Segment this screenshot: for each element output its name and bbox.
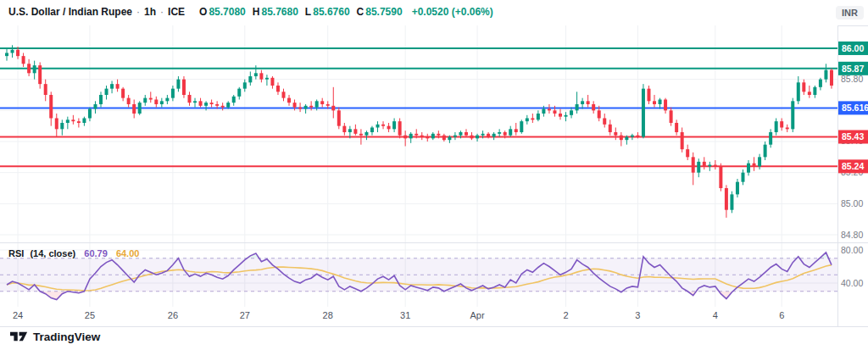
candle-down <box>592 104 595 110</box>
candle-down <box>55 118 58 129</box>
price-pane[interactable] <box>5 45 833 218</box>
candle-down <box>210 103 214 104</box>
candle-down <box>686 149 689 157</box>
candle-down <box>282 92 286 97</box>
candle-up <box>304 106 308 109</box>
candle-up <box>642 89 645 137</box>
symbol-header: U.S. Dollar / Indian Rupee · 1h · ICE O8… <box>8 6 493 18</box>
time-tick-28: 28 <box>323 310 333 320</box>
exchange-label[interactable]: ICE <box>168 6 185 18</box>
chart-canvas[interactable]: 85.8085.4085.2085.0084.8080.0040.0086.00… <box>0 0 868 350</box>
price-axis[interactable]: 85.8085.4085.2085.0084.8080.0040.0086.00… <box>838 42 868 288</box>
tradingview-logo[interactable]: TradingView <box>10 330 100 343</box>
candle-down <box>426 136 429 138</box>
level-label-85.616: 85.616 <box>842 103 868 113</box>
time-axis[interactable]: 242526272831Apr2346 <box>13 310 784 320</box>
candle-down <box>359 134 363 136</box>
candle-down <box>753 164 756 167</box>
candle-up <box>453 136 457 137</box>
candle-down <box>121 89 125 98</box>
candle-down <box>786 127 789 129</box>
candle-down <box>132 104 136 114</box>
candle-up <box>110 84 114 89</box>
candle-up <box>193 101 197 103</box>
candle-down <box>780 121 783 127</box>
candle-down <box>276 86 280 92</box>
rsi-tick-80.00: 80.00 <box>841 245 863 255</box>
candle-up <box>542 108 545 114</box>
candle-down <box>403 136 407 139</box>
separator-dot: · <box>160 6 164 18</box>
candle-down <box>16 50 19 56</box>
indicator-legend[interactable]: RSI (14, close) 60.79 64.00 <box>8 248 139 258</box>
candle-down <box>77 121 81 123</box>
candle-up <box>431 134 435 139</box>
candle-up <box>570 110 573 115</box>
symbol-title[interactable]: U.S. Dollar / Indian Rupee <box>8 6 132 18</box>
low-key: L <box>305 6 311 18</box>
candle-down <box>27 64 31 73</box>
candle-up <box>88 108 92 118</box>
candle-up <box>171 89 175 98</box>
indicator-name[interactable]: RSI <box>8 248 24 258</box>
candle-up <box>730 194 733 209</box>
candle-up <box>526 118 529 121</box>
candle-up <box>708 165 711 167</box>
candle-up <box>448 136 451 140</box>
candle-down <box>515 129 518 132</box>
candle-down <box>802 82 805 92</box>
close-value: 85.7590 <box>365 6 402 18</box>
candle-down <box>559 114 562 117</box>
candle-up <box>5 53 8 56</box>
candle-down <box>199 101 203 106</box>
candle-down <box>116 84 120 89</box>
candle-down <box>270 78 274 86</box>
candle-down <box>293 103 297 108</box>
candle-up <box>409 134 413 139</box>
candle-up <box>476 136 479 139</box>
candle-down <box>531 118 534 119</box>
rsi-tick-40.00: 40.00 <box>841 278 863 288</box>
candle-down <box>154 99 158 104</box>
candle-up <box>348 129 352 132</box>
time-tick-27: 27 <box>240 310 250 320</box>
tradingview-icon <box>10 330 28 343</box>
candle-up <box>226 103 230 108</box>
candle-up <box>741 173 744 182</box>
candle-down <box>298 108 302 109</box>
candle-up <box>392 121 396 129</box>
candle-up <box>364 132 368 136</box>
candle-up <box>237 89 241 97</box>
candle-up <box>254 73 258 76</box>
candle-up <box>459 132 462 136</box>
separator-dot: · <box>136 6 140 18</box>
candle-down <box>387 126 391 130</box>
candle-up <box>232 97 236 103</box>
currency-label[interactable]: INR <box>836 6 864 19</box>
interval-label[interactable]: 1h <box>144 6 156 18</box>
candle-down <box>664 99 667 110</box>
time-tick-31: 31 <box>400 310 410 320</box>
candle-down <box>553 110 556 114</box>
price-tick-85.00: 85.00 <box>841 198 863 208</box>
rsi-pane[interactable] <box>0 253 837 300</box>
candle-down <box>719 166 722 188</box>
candle-up <box>165 98 169 102</box>
candle-up <box>631 136 634 137</box>
candle-down <box>22 56 25 64</box>
candle-down <box>182 80 186 95</box>
candle-down <box>259 73 263 79</box>
candle-down <box>127 98 131 104</box>
indicator-params: (14, close) <box>30 248 75 258</box>
candle-down <box>221 106 225 108</box>
open-value: 85.7080 <box>209 6 245 18</box>
candle-down <box>692 157 695 172</box>
candle-down <box>437 134 440 136</box>
candle-down <box>71 119 75 121</box>
candle-down <box>326 104 330 106</box>
time-tick-4: 4 <box>713 310 718 320</box>
candle-down <box>703 162 706 167</box>
candle-up <box>82 118 86 123</box>
candle-up <box>33 65 36 73</box>
time-tick-2: 2 <box>563 310 568 320</box>
